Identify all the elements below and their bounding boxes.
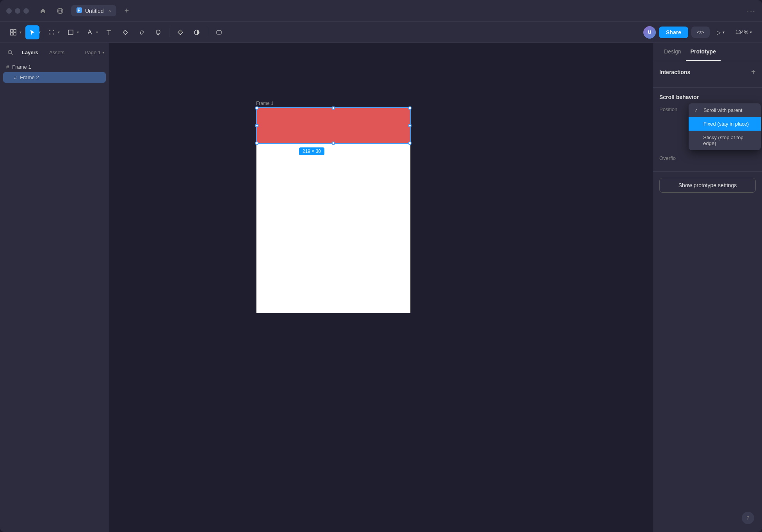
- maximize-window-button[interactable]: [23, 8, 29, 14]
- resize-handle-br[interactable]: [408, 142, 411, 145]
- tool-group-pen: ▾: [83, 25, 98, 39]
- audio-tool-button[interactable]: [212, 25, 226, 39]
- tab-figma-icon: F: [77, 7, 82, 14]
- help-button[interactable]: ?: [742, 512, 754, 524]
- svg-point-21: [156, 30, 160, 34]
- overflow-label: Overflo: [659, 155, 691, 161]
- contrast-tool-button[interactable]: [190, 25, 204, 39]
- share-button[interactable]: Share: [659, 27, 688, 38]
- dropdown-item-fixed[interactable]: Fixed (stay in place): [689, 117, 761, 131]
- resize-handle-tl[interactable]: [255, 106, 258, 110]
- home-button[interactable]: [37, 5, 49, 17]
- svg-rect-8: [14, 33, 16, 35]
- interactions-header: Interactions +: [659, 67, 756, 76]
- tab-close-button[interactable]: ×: [108, 8, 111, 14]
- frame-tool-button[interactable]: [45, 25, 59, 39]
- layer-item-frame2[interactable]: # Frame 2: [3, 72, 106, 83]
- svg-rect-7: [11, 33, 13, 35]
- tab-title: Untitled: [85, 8, 103, 14]
- add-interaction-button[interactable]: +: [751, 67, 756, 76]
- check-icon: ✓: [694, 108, 700, 113]
- sidebar-tabs: Layers Assets Page 1 ▾: [0, 43, 109, 58]
- show-prototype-settings-button[interactable]: Show prototype settings: [659, 178, 756, 193]
- panel-footer: ?: [653, 199, 762, 532]
- grid-tool-button[interactable]: [6, 25, 20, 39]
- tool-group-select: ▾: [25, 25, 41, 39]
- comment-tool-button[interactable]: [151, 25, 165, 39]
- resize-handle-lm[interactable]: [255, 124, 258, 127]
- interactions-title: Interactions: [659, 69, 690, 75]
- new-tab-button[interactable]: +: [121, 5, 132, 16]
- window-controls: [6, 8, 29, 14]
- sidebar-search-button[interactable]: [5, 47, 16, 58]
- resize-handle-bm[interactable]: [332, 142, 335, 145]
- svg-rect-17: [68, 30, 73, 35]
- component-tool-button[interactable]: [118, 25, 132, 39]
- dimension-label: 219 × 30: [299, 147, 324, 155]
- panel-tab-prototype[interactable]: Prototype: [686, 43, 721, 61]
- active-tab[interactable]: F Untitled ×: [71, 5, 116, 16]
- right-panel: Design Prototype Interactions + Scroll b…: [653, 43, 762, 532]
- svg-rect-20: [123, 30, 127, 34]
- user-avatar[interactable]: U: [643, 26, 656, 39]
- sidebar-tab-assets[interactable]: Assets: [45, 47, 69, 58]
- globe-button[interactable]: [54, 5, 66, 17]
- frame-label: Frame 1: [256, 101, 274, 106]
- dropdown-item-scroll-with-parent[interactable]: ✓ Scroll with parent: [689, 103, 761, 117]
- diamond-tool-button[interactable]: [173, 25, 187, 39]
- toolbar-divider-1: [169, 28, 169, 37]
- dropdown-item-sticky[interactable]: Sticky (stop at top edge): [689, 131, 761, 150]
- interactions-section: Interactions +: [653, 61, 762, 88]
- tool-group-grid: ▾: [6, 25, 21, 39]
- canvas[interactable]: Frame 1 219 × 30: [109, 43, 653, 532]
- code-icon: </>: [697, 29, 704, 35]
- svg-text:F: F: [78, 8, 80, 12]
- scroll-behavior-title: Scroll behavior: [659, 94, 756, 100]
- play-icon: ▷: [717, 29, 721, 35]
- main-content: Layers Assets Page 1 ▾ # Frame 1 # Frame…: [0, 43, 762, 532]
- shape-tool-button[interactable]: [64, 25, 78, 39]
- layer-item-frame1[interactable]: # Frame 1: [3, 62, 106, 72]
- close-window-button[interactable]: [6, 8, 12, 14]
- canvas-frame-inner[interactable]: [256, 107, 411, 144]
- position-label: Position: [659, 106, 691, 112]
- page-selector[interactable]: Page 1 ▾: [85, 50, 104, 55]
- toolbar-divider-2: [208, 28, 208, 37]
- toolbar-right: U Share </> ▷ ▾ 134% ▾: [643, 26, 756, 39]
- resize-handle-tr[interactable]: [408, 106, 411, 110]
- resize-handle-bl[interactable]: [255, 142, 258, 145]
- titlebar: F Untitled × + ···: [0, 0, 762, 22]
- overflow-row: Overflo: [659, 155, 756, 161]
- resize-handle-tm[interactable]: [332, 106, 335, 110]
- frame-icon: #: [6, 64, 9, 70]
- svg-rect-5: [11, 30, 13, 32]
- scroll-position-dropdown[interactable]: ✓ Scroll with parent Fixed (stay in plac…: [689, 103, 761, 150]
- frame-icon-2: #: [14, 74, 17, 80]
- svg-point-23: [8, 50, 12, 54]
- svg-rect-6: [14, 30, 16, 32]
- pen-tool-button[interactable]: [83, 25, 97, 39]
- panel-tabs: Design Prototype: [653, 43, 762, 61]
- resize-handle-rm[interactable]: [408, 124, 411, 127]
- zoom-control[interactable]: 134% ▾: [732, 27, 756, 38]
- tool-group-shape: ▾: [64, 25, 79, 39]
- more-options-button[interactable]: ···: [747, 6, 756, 15]
- svg-line-24: [11, 53, 13, 55]
- text-tool-button[interactable]: [102, 25, 116, 39]
- tool-group-frame: ▾: [45, 25, 60, 39]
- scroll-behavior-section: Scroll behavior Position ✓ Scroll with p…: [653, 88, 762, 172]
- toolbar: ▾ ▾ ▾: [0, 22, 762, 43]
- hand-tool-button[interactable]: [135, 25, 149, 39]
- sidebar-tab-layers[interactable]: Layers: [17, 47, 43, 58]
- code-button[interactable]: </>: [691, 27, 710, 38]
- position-row: Position ✓ Scroll with parent Fixed (sta…: [659, 106, 756, 112]
- zoom-level: 134%: [735, 29, 748, 35]
- sidebar: Layers Assets Page 1 ▾ # Frame 1 # Frame…: [0, 43, 109, 532]
- minimize-window-button[interactable]: [15, 8, 20, 14]
- sidebar-content: # Frame 1 # Frame 2: [0, 58, 109, 87]
- zoom-arrow: ▾: [750, 30, 752, 34]
- select-tool-button[interactable]: [25, 25, 39, 39]
- play-button[interactable]: ▷ ▾: [713, 27, 728, 38]
- play-arrow: ▾: [723, 30, 725, 34]
- panel-tab-design[interactable]: Design: [659, 43, 686, 61]
